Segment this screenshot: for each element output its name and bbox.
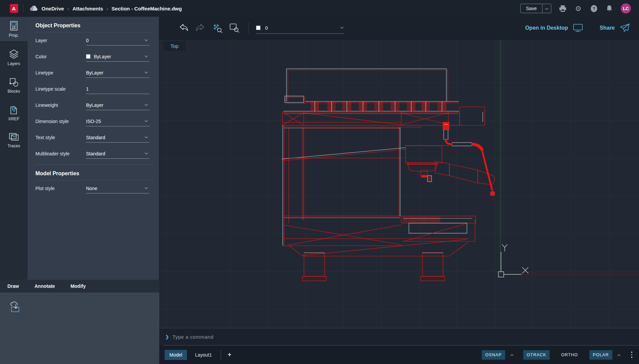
toolbar-divider — [248, 22, 249, 34]
save-dropdown-button[interactable] — [542, 4, 551, 13]
dimension-style-select[interactable]: ISO-25 — [86, 116, 149, 126]
rail-label: Traces — [7, 144, 20, 148]
model-canvas[interactable]: Top — [159, 39, 639, 328]
topbar: A OneDrive › Attachments › Section - Cof… — [0, 0, 639, 17]
property-row-lineweight: Lineweight ByLayer — [28, 97, 159, 113]
chevron-down-icon — [545, 6, 549, 10]
settings-button[interactable]: ⚙ — [574, 4, 582, 12]
drip-tray — [401, 216, 476, 242]
coffee-machine-section-drawing[interactable]: X Y — [159, 39, 639, 328]
notifications-button[interactable] — [605, 4, 613, 12]
add-layout-button[interactable]: + — [225, 351, 234, 358]
save-split-button: Save — [520, 4, 551, 13]
share-button[interactable]: Share — [600, 25, 615, 31]
toggle-ortho[interactable]: ORTHO — [558, 350, 581, 360]
steam-knob — [443, 107, 485, 130]
tab-annotate[interactable]: Annotate — [34, 283, 55, 289]
logo-letter: A — [12, 6, 16, 11]
sidebar-item-layers[interactable]: Layers — [0, 45, 28, 69]
layer-select[interactable]: 0 — [86, 35, 149, 46]
redo-icon — [195, 23, 206, 33]
color-swatch — [86, 54, 90, 59]
zoom-window-icon — [228, 22, 240, 34]
tab-layout1[interactable]: Layout1 — [190, 350, 217, 360]
machine-top-deck — [282, 101, 460, 125]
left-icon-rail: Prop. Layers Blocks XREF — [0, 17, 28, 280]
save-button[interactable]: Save — [521, 4, 542, 13]
brace-diagonals — [282, 148, 406, 161]
breadcrumb-drive[interactable]: OneDrive — [41, 6, 64, 11]
machine-back-panel — [285, 69, 448, 103]
plot-style-select[interactable]: None — [86, 183, 149, 193]
property-row-dimension-style: Dimension style ISO-25 — [28, 113, 159, 129]
chevron-down-icon — [145, 70, 148, 73]
breadcrumb-file: Section - CoffeeMachine.dwg — [112, 6, 182, 11]
lineweight-select[interactable]: ByLayer — [86, 100, 149, 110]
current-layer-dropdown[interactable]: 0 — [256, 22, 344, 34]
open-in-desktop-button[interactable]: Open in Desktop — [525, 25, 568, 31]
property-row-multileader-style: Multileader style Standard — [28, 146, 159, 162]
steam-wand — [443, 129, 495, 196]
property-label: Linetype — [35, 70, 86, 75]
command-line[interactable]: ❯ Type a command — [159, 328, 639, 345]
avatar[interactable]: LC — [621, 3, 631, 13]
linetype-select[interactable]: ByLayer — [86, 68, 149, 78]
tab-divider — [221, 350, 221, 360]
traces-icon — [9, 133, 19, 142]
insert-block-from-cloud-button[interactable] — [8, 301, 22, 314]
osnap-options-button[interactable] — [508, 351, 515, 360]
ucs-icon — [498, 244, 528, 277]
status-bar: Model Layout1 + OSNAP OTRACK ORTHO POLAR — [159, 345, 639, 364]
property-label: Linetype scale — [35, 86, 86, 92]
color-select[interactable]: ByLayer — [86, 52, 149, 62]
brew-group-and-portafilter — [406, 146, 449, 182]
redo-button[interactable] — [194, 21, 207, 35]
sidebar-item-xref[interactable]: XREF — [0, 101, 28, 125]
property-label: Multileader style — [35, 151, 86, 156]
toggle-otrack[interactable]: OTRACK — [523, 350, 550, 360]
tab-draw[interactable]: Draw — [7, 283, 19, 289]
property-label: Plot style — [35, 186, 86, 191]
onedrive-cloud-icon — [29, 5, 38, 11]
base-band — [282, 216, 402, 246]
layers-icon — [9, 49, 19, 59]
topbar-actions: Save ⚙ ? LC — [520, 3, 639, 13]
status-overflow-menu[interactable] — [629, 350, 635, 359]
paper-plane-icon — [619, 23, 630, 33]
property-label: Text style — [35, 135, 86, 140]
polar-options-button[interactable] — [616, 351, 622, 360]
help-button[interactable]: ? — [590, 4, 598, 12]
autocad-web-app: A OneDrive › Attachments › Section - Cof… — [0, 0, 639, 364]
tab-modify[interactable]: Modify — [71, 283, 86, 289]
toggle-osnap[interactable]: OSNAP — [482, 350, 505, 360]
zoom-extents-button[interactable] — [211, 21, 224, 35]
chevron-down-icon — [145, 102, 148, 106]
sidebar-item-blocks[interactable]: Blocks — [0, 73, 28, 97]
property-row-linetype-scale: Linetype scale 1 — [28, 81, 159, 97]
workspace: 0 Open in Desktop Share Top — [159, 17, 639, 364]
zoom-window-button[interactable] — [227, 21, 241, 35]
sidebar-item-traces[interactable]: Traces — [0, 129, 28, 152]
multileader-style-select[interactable]: Standard — [86, 149, 149, 159]
breadcrumb-separator: › — [107, 6, 108, 11]
linetype-scale-input[interactable]: 1 — [86, 84, 149, 94]
chevron-down-icon — [145, 119, 148, 122]
toggle-polar[interactable]: POLAR — [589, 350, 612, 360]
tab-model[interactable]: Model — [165, 350, 187, 360]
property-label: Color — [35, 54, 86, 59]
command-placeholder: Type a command — [172, 334, 214, 340]
undo-button[interactable] — [177, 21, 190, 35]
chevron-up-icon — [617, 354, 621, 358]
model-properties-title: Model Properties — [28, 165, 159, 180]
zoom-extents-icon — [211, 22, 223, 34]
chevron-down-icon — [145, 151, 148, 154]
chevron-down-icon — [145, 54, 148, 57]
print-button[interactable] — [559, 4, 567, 12]
sidebar-item-properties[interactable]: Prop. — [0, 17, 28, 41]
breadcrumb-folder[interactable]: Attachments — [73, 6, 103, 11]
autocad-logo[interactable]: A — [9, 4, 18, 13]
gear-icon: ⚙ — [575, 5, 582, 12]
text-style-select[interactable]: Standard — [86, 132, 149, 143]
layer-dropdown-value: 0 — [265, 25, 268, 31]
machine-body — [282, 122, 422, 246]
